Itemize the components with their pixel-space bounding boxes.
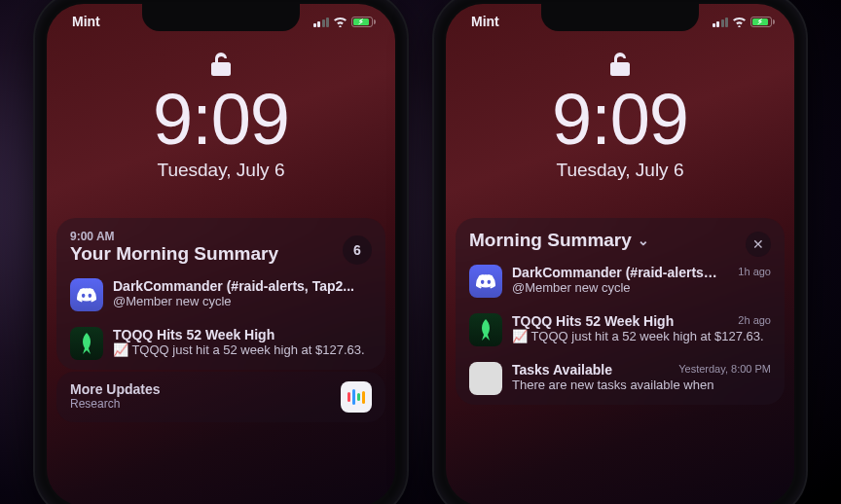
phone-left: Mint ⚡︎ 9:09 Tuesday, July 6 [35, 0, 407, 504]
more-updates-subtitle: Research [70, 397, 161, 411]
notification-text: There are new tasks available when [512, 378, 771, 394]
wifi-icon [732, 17, 747, 27]
more-updates-title: More Updates [70, 381, 161, 397]
notification-item[interactable]: DarkCommander (#raid-alerts, T... @Membe… [469, 259, 771, 307]
summary-count-badge[interactable]: 6 [343, 235, 372, 265]
cellular-signal-icon [713, 17, 729, 27]
discord-icon [469, 265, 502, 298]
carrier-label: Mint [465, 14, 499, 29]
notification-text: 📈 TQQQ just hit a 52 week high at $127.6… [512, 329, 771, 345]
lock-time: 9:09 [47, 84, 395, 156]
close-summary-button[interactable]: ✕ [746, 232, 771, 257]
lock-date: Tuesday, July 6 [446, 160, 794, 181]
screen-left: Mint ⚡︎ 9:09 Tuesday, July 6 [47, 4, 395, 504]
summary-overline: 9:00 AM [70, 230, 372, 243]
notification-title: DarkCommander (#raid-alerts, Tap2... [113, 278, 372, 294]
unlock-icon [210, 51, 232, 82]
notification-text: @Member new cycle [113, 294, 372, 310]
wifi-icon [333, 17, 347, 27]
notification-item[interactable]: DarkCommander (#raid-alerts, Tap2... @Me… [70, 272, 372, 321]
notification-time: 1h ago [738, 266, 771, 277]
summary-title-text: Morning Summary [469, 230, 632, 251]
cellular-signal-icon [313, 17, 330, 27]
notification-item[interactable]: Tasks Available There are new tasks avai… [469, 356, 771, 405]
notification-time: Yesterday, 8:00 PM [678, 363, 771, 375]
notification-item[interactable]: TQQQ Hits 52 Week High 📈 TQQQ just hit a… [70, 321, 372, 370]
more-updates-card[interactable]: More Updates Research [56, 372, 385, 422]
notification-text: 📈 TQQQ just hit a 52 week high at $127.6… [113, 342, 372, 359]
notification-title: TQQQ Hits 52 Week High [512, 313, 718, 329]
phone-right: Mint ⚡︎ 9:09 Tuesday, July 6 [434, 0, 806, 504]
lock-time: 9:09 [446, 84, 794, 156]
summary-title: Your Morning Summary [70, 243, 372, 265]
app-icon [469, 362, 502, 395]
battery-icon: ⚡︎ [750, 17, 775, 27]
battery-icon: ⚡︎ [351, 17, 376, 27]
summary-header: 9:00 AM Your Morning Summary 6 [70, 230, 372, 265]
status-icons: ⚡︎ [313, 17, 377, 27]
carrier-label: Mint [66, 14, 100, 29]
notch [541, 4, 699, 31]
robinhood-icon [469, 313, 502, 346]
status-icons: ⚡︎ [713, 17, 776, 27]
notification-title: DarkCommander (#raid-alerts, T... [512, 265, 718, 280]
chevron-down-icon: ⌄ [638, 233, 649, 248]
shortcuts-icon [341, 381, 372, 413]
discord-icon [70, 278, 103, 311]
screen-right: Mint ⚡︎ 9:09 Tuesday, July 6 [446, 4, 794, 504]
notification-title: TQQQ Hits 52 Week High [113, 327, 372, 342]
summary-title[interactable]: Morning Summary ⌄ [469, 230, 771, 251]
unlock-icon [609, 51, 631, 82]
notification-time: 2h ago [738, 314, 771, 326]
morning-summary-card[interactable]: Morning Summary ⌄ ✕ DarkCommander (#raid… [456, 218, 785, 405]
notification-text: @Member new cycle [512, 280, 771, 297]
summary-header: Morning Summary ⌄ ✕ [469, 230, 771, 251]
morning-summary-card[interactable]: 9:00 AM Your Morning Summary 6 DarkComma… [56, 218, 385, 370]
notch [142, 4, 300, 31]
phone-pair: Mint ⚡︎ 9:09 Tuesday, July 6 [0, 0, 841, 504]
lock-date: Tuesday, July 6 [47, 160, 395, 181]
robinhood-icon [70, 327, 103, 360]
notification-item[interactable]: TQQQ Hits 52 Week High 📈 TQQQ just hit a… [469, 307, 771, 356]
